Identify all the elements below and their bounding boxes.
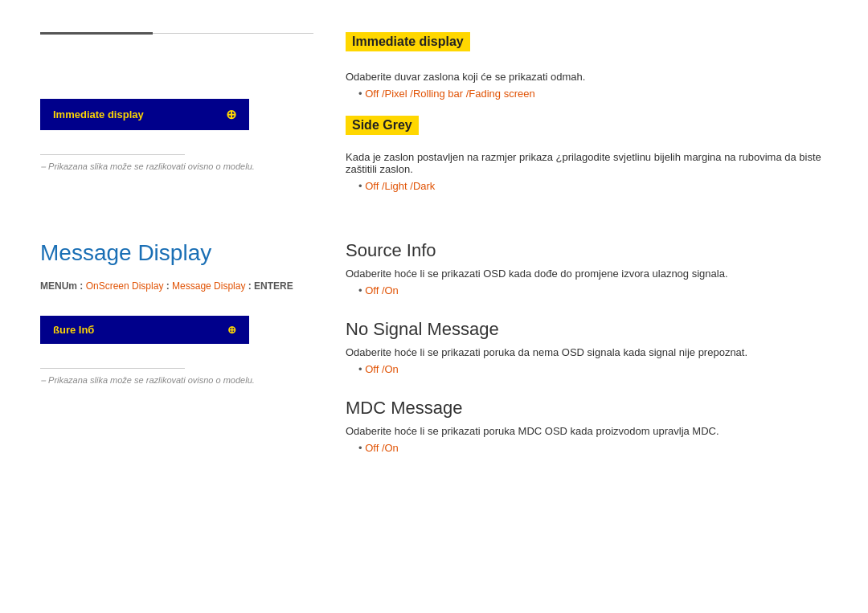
source-info-heading: Source Info xyxy=(346,240,828,261)
no-signal-desc: Odaberite hoće li se prikazati poruka da… xyxy=(346,346,828,358)
progress-bar-empty xyxy=(153,33,313,34)
immediate-display-bullet-item: Off /Pixel /Rolling bar /Fading screen xyxy=(358,88,828,100)
side-grey-bullets: Off /Light /Dark xyxy=(346,180,828,192)
menu-box-icon: ⊕ xyxy=(226,107,236,122)
no-signal-bullets: Off /On xyxy=(346,363,828,375)
no-signal-block: No Signal Message Odaberite hoće li se p… xyxy=(346,319,828,375)
source-menu-icon: ⊕ xyxy=(227,324,236,336)
mdc-bullets: Off /On xyxy=(346,442,828,454)
mdc-bullet-item: Off /On xyxy=(358,442,828,454)
progress-area xyxy=(40,32,313,35)
no-signal-bullet-item: Off /On xyxy=(358,363,828,375)
source-info-bullet-item: Off /On xyxy=(358,284,828,296)
source-info-desc: Odaberite hoće li se prikazati OSD kada … xyxy=(346,268,828,280)
top-note: ‒ Prikazana slika može se razlikovati ov… xyxy=(40,161,255,172)
mdc-heading: MDC Message xyxy=(346,398,828,419)
source-info-bullets: Off /On xyxy=(346,284,828,296)
top-right-panel: Immediate display Odaberite duvar zaslon… xyxy=(346,32,828,208)
source-menu-label: ßure Inб xyxy=(53,324,94,336)
bottom-right-panel: Source Info Odaberite hoće li se prikaza… xyxy=(346,240,828,476)
breadcrumb-link-2[interactable]: Message Display xyxy=(170,280,246,292)
bottom-divider xyxy=(40,368,185,369)
immediate-display-bullets: Off /Pixel /Rolling bar /Fading screen xyxy=(346,88,828,100)
breadcrumb: MENUm : OnScreen Display : Message Displ… xyxy=(40,280,313,292)
side-grey-heading: Side Grey xyxy=(346,116,419,135)
breadcrumb-sep1: : xyxy=(163,280,169,292)
bottom-note: ‒ Prikazana slika može se razlikovati ov… xyxy=(40,375,313,386)
no-signal-heading: No Signal Message xyxy=(346,319,828,340)
message-display-title: Message Display xyxy=(40,240,313,266)
immediate-display-heading: Immediate display xyxy=(346,32,470,51)
source-info-menu-box[interactable]: ßure Inб ⊕ xyxy=(40,316,249,344)
source-info-block: Source Info Odaberite hoće li se prikaza… xyxy=(346,240,828,296)
breadcrumb-prefix: MENUm : xyxy=(40,280,83,292)
side-grey-bullet-item: Off /Light /Dark xyxy=(358,180,828,192)
page-container: Immediate display ⊕ ‒ Prikazana slika mo… xyxy=(0,0,868,492)
mdc-message-block: MDC Message Odaberite hoće li se prikaza… xyxy=(346,398,828,454)
bottom-section: Message Display MENUm : OnScreen Display… xyxy=(0,224,868,492)
top-section: Immediate display ⊕ ‒ Prikazana slika mo… xyxy=(0,0,868,224)
top-left-panel: Immediate display ⊕ ‒ Prikazana slika mo… xyxy=(40,32,313,208)
menu-box-label: Immediate display xyxy=(53,108,144,121)
immediate-display-desc: Odaberite duvar zaslona koji će se prika… xyxy=(346,71,828,83)
breadcrumb-link-1[interactable]: OnScreen Display xyxy=(83,280,163,292)
bottom-left-panel: Message Display MENUm : OnScreen Display… xyxy=(40,240,313,476)
side-grey-desc: Kada je zaslon postavljen na razmjer pri… xyxy=(346,151,828,175)
progress-bar-filled xyxy=(40,32,153,35)
top-divider xyxy=(40,154,185,155)
breadcrumb-suffix: : ENTERE xyxy=(245,280,293,292)
mdc-desc: Odaberite hoće li se prikazati poruka MD… xyxy=(346,425,828,437)
immediate-display-menu-box[interactable]: Immediate display ⊕ xyxy=(40,99,249,130)
